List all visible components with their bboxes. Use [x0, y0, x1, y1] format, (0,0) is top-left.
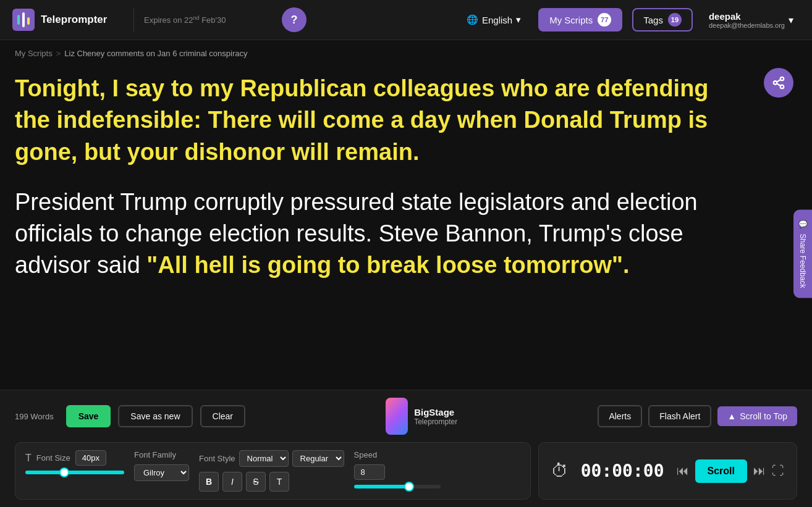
my-scripts-label: My Scripts — [549, 15, 593, 25]
breadcrumb-separator: > — [56, 49, 61, 58]
font-size-top-row: T Font Size 40px — [25, 450, 124, 466]
font-settings-panel: T Font Size 40px Font Family Gilroy Aria… — [15, 442, 531, 500]
font-family-label: Font Family — [134, 450, 189, 459]
subscript-button[interactable]: T — [269, 472, 289, 492]
language-button[interactable]: 🌐 English ▾ — [459, 10, 528, 29]
expires-text: Expires on 22nd Feb'30 — [144, 15, 272, 25]
share-icon — [772, 76, 785, 90]
timer-back-button[interactable]: ⏮ — [677, 464, 689, 478]
feedback-icon: 💬 — [798, 219, 807, 228]
logo-icon — [12, 9, 35, 31]
font-size-label: Font Size — [36, 453, 70, 463]
speed-block: Speed — [354, 450, 441, 488]
header: Teleprompter Expires on 22nd Feb'30 ? 🌐 … — [0, 0, 812, 40]
save-as-new-button[interactable]: Save as new — [118, 405, 192, 427]
speed-input[interactable] — [354, 464, 385, 480]
tags-label: Tags — [643, 15, 663, 25]
svg-rect-2 — [22, 12, 25, 27]
flash-alert-button[interactable]: Flash Alert — [648, 405, 711, 427]
tags-button[interactable]: Tags 19 — [632, 8, 693, 31]
settings-inner: T Font Size 40px Font Family Gilroy Aria… — [25, 450, 520, 492]
svg-point-6 — [780, 85, 784, 89]
bigstage-text-area: BigStage Teleprompter — [414, 407, 457, 426]
breadcrumb: My Scripts > Liz Cheney comments on Jan … — [0, 40, 812, 67]
font-style-dropdown1[interactable]: Normal — [239, 450, 289, 467]
bottom-bar: 199 Words Save Save as new Clear BigStag… — [0, 390, 812, 507]
bigstage-sub: Teleprompter — [414, 417, 457, 426]
font-style-label: Font Style — [199, 454, 235, 463]
save-button[interactable]: Save — [66, 405, 111, 427]
bold-button[interactable]: B — [199, 472, 219, 492]
bottom-top-row: 199 Words Save Save as new Clear BigStag… — [15, 398, 797, 435]
svg-line-7 — [777, 83, 780, 86]
font-family-select[interactable]: Gilroy Arial Georgia — [134, 464, 189, 481]
user-name: deepak — [709, 11, 785, 22]
svg-point-5 — [774, 81, 777, 85]
timer-controls: ⏮ Scroll ⏭ ⛶ — [677, 459, 784, 483]
settings-row: T Font Size 40px Font Family Gilroy Aria… — [15, 442, 797, 500]
help-button[interactable]: ? — [282, 7, 307, 32]
chevron-up-icon: ▲ — [727, 411, 736, 421]
font-size-thumb — [59, 467, 69, 477]
timer-forward-button[interactable]: ⏭ — [753, 464, 766, 478]
scroll-to-top-label: Scroll to Top — [740, 411, 787, 421]
font-family-block: Font Family Gilroy Arial Georgia — [134, 450, 189, 481]
speed-label: Speed — [354, 450, 441, 459]
logo-text: Teleprompter — [41, 14, 107, 26]
my-scripts-badge: 77 — [598, 13, 611, 27]
font-size-value: 40px — [75, 450, 106, 466]
header-divider — [133, 7, 134, 32]
scroll-to-top-button[interactable]: ▲ Scroll to Top — [717, 406, 797, 426]
clear-button[interactable]: Clear — [200, 405, 245, 427]
bigstage-phone-icon — [386, 398, 408, 435]
feedback-label: Share Feedback — [798, 233, 807, 288]
font-size-block: T Font Size 40px — [25, 450, 124, 474]
font-style-block: Font Style Normal Regular B I S T — [199, 450, 344, 492]
user-info: deepak deepak@thedemlabs.org — [709, 11, 785, 29]
font-size-icon: T — [25, 453, 32, 464]
svg-point-4 — [780, 77, 784, 80]
script-highlighted: Tonight, I say to my Republican colleagu… — [15, 73, 739, 168]
share-button[interactable] — [764, 68, 793, 98]
svg-rect-1 — [17, 15, 20, 25]
script-body: President Trump corruptly pressured stat… — [15, 186, 739, 282]
chevron-down-icon: ▾ — [789, 14, 793, 26]
timer-display: 00:00:00 — [581, 461, 664, 481]
font-style-dropdown2[interactable]: Regular — [292, 450, 344, 467]
user-email: deepak@thedemlabs.org — [709, 22, 785, 29]
bigstage-title: BigStage — [414, 407, 457, 417]
speed-thumb — [404, 482, 414, 492]
word-count: 199 Words — [15, 412, 54, 421]
scroll-label-button[interactable]: Scroll — [695, 459, 747, 483]
strikethrough-button[interactable]: S — [246, 472, 266, 492]
my-scripts-button[interactable]: My Scripts 77 — [538, 8, 622, 31]
font-size-slider[interactable] — [25, 471, 124, 474]
timer-icon: ⏱ — [551, 461, 569, 481]
svg-rect-3 — [27, 17, 30, 25]
tags-badge: 19 — [668, 13, 682, 27]
breadcrumb-current: Liz Cheney comments on Jan 6 criminal co… — [64, 49, 247, 58]
right-actions: Alerts Flash Alert ▲ Scroll to Top — [598, 405, 797, 427]
timer-fullscreen-button[interactable]: ⛶ — [772, 464, 784, 478]
user-area[interactable]: deepak deepak@thedemlabs.org ▾ — [703, 11, 800, 29]
font-style-row: Font Style Normal Regular — [199, 450, 344, 467]
svg-line-8 — [777, 80, 780, 82]
italic-button[interactable]: I — [222, 472, 242, 492]
bigstage-logo: BigStage Teleprompter — [253, 398, 590, 435]
speed-slider[interactable] — [354, 485, 441, 488]
feedback-sidebar[interactable]: 💬 Share Feedback — [793, 209, 812, 298]
speed-input-row — [354, 464, 441, 480]
breadcrumb-root[interactable]: My Scripts — [15, 49, 53, 58]
logo-area: Teleprompter — [12, 9, 124, 31]
lang-label: English — [482, 15, 512, 25]
font-style-buttons: B I S T — [199, 472, 344, 492]
globe-icon: 🌐 — [467, 14, 478, 25]
chevron-down-icon: ▾ — [516, 14, 521, 25]
main-content: Tonight, I say to my Republican colleagu… — [0, 67, 754, 294]
alerts-button[interactable]: Alerts — [598, 405, 642, 427]
timer-panel: ⏱ 00:00:00 ⏮ Scroll ⏭ ⛶ — [538, 442, 797, 500]
